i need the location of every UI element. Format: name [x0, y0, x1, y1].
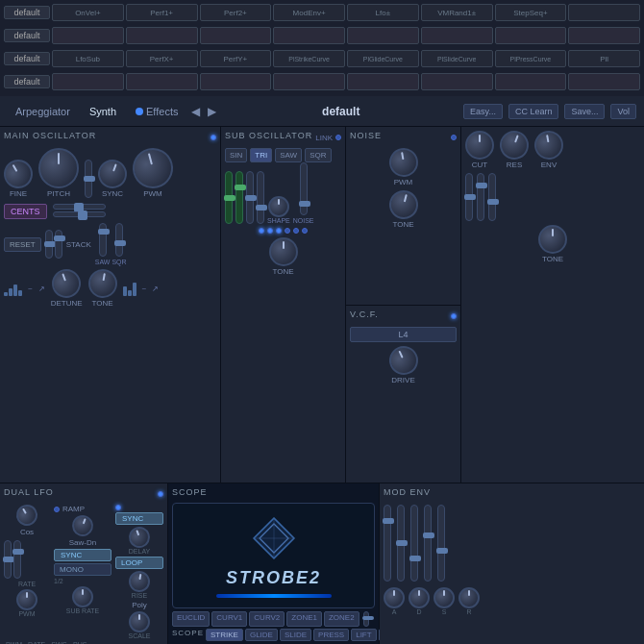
right-knob-2-control[interactable]	[496, 127, 533, 163]
mod-default-3[interactable]: default	[4, 52, 50, 65]
rise-knob[interactable]	[127, 569, 151, 593]
noise-power[interactable]	[451, 135, 457, 140]
tab-arpeggiator[interactable]: Arpeggiator	[8, 102, 78, 121]
mod-cell-r2-6[interactable]	[421, 27, 493, 44]
delay-sync-btn[interactable]: SYNC	[115, 512, 163, 525]
sub-vslider-4[interactable]	[257, 171, 264, 224]
lfo2-mono-btn[interactable]: MONO	[54, 563, 111, 576]
sub-tri-btn[interactable]: TRI	[250, 148, 272, 162]
easy-button[interactable]: Easy...	[463, 104, 503, 119]
scope-tab-curv2[interactable]: CURV2	[249, 611, 285, 627]
saw-fader[interactable]	[99, 223, 107, 257]
mod-cell-perfy[interactable]: PerfY+	[200, 50, 272, 67]
fine-hslider[interactable]	[53, 204, 106, 210]
lfo2-sync-btn[interactable]: SYNC	[54, 549, 111, 561]
mod-cell-r4-7[interactable]	[495, 73, 567, 90]
mod-cell-perf1[interactable]: Perf1+	[126, 4, 198, 21]
env-knob-3-control[interactable]	[433, 587, 455, 608]
mod-cell-stepseq[interactable]: StepSeq+	[495, 4, 567, 21]
cc-learn-button[interactable]: CC Learn	[508, 104, 559, 119]
tone-knob[interactable]	[86, 267, 119, 301]
mod-cell-r4-6[interactable]	[421, 73, 493, 90]
mod-cell-onvel[interactable]: OnVel+	[52, 4, 124, 21]
scope-tab-strike[interactable]: STRIKE	[206, 629, 243, 641]
mod-cell-r4-1[interactable]	[52, 73, 124, 90]
sub-vslider-1[interactable]	[225, 171, 233, 224]
mod-cell-r2-5[interactable]	[347, 27, 419, 44]
scope-scrollbar[interactable]	[363, 611, 369, 627]
mod-default-1[interactable]: default	[4, 6, 50, 19]
mod-cell-extra1[interactable]	[568, 4, 640, 21]
scale-knob[interactable]	[129, 611, 150, 632]
sub-vslider-3[interactable]	[246, 171, 254, 224]
scope-tab-slide[interactable]: SLIDE	[280, 629, 311, 641]
env-fader-4-control[interactable]	[424, 505, 432, 582]
mod-cell-r4-3[interactable]	[200, 73, 272, 90]
sub-sqr-btn[interactable]: SQR	[305, 148, 331, 162]
lfo1-depth-slider[interactable]	[13, 540, 21, 579]
mod-cell-r2-3[interactable]	[200, 27, 272, 44]
mod-cell-plpress[interactable]: PlPressCurve	[495, 50, 567, 67]
mod-cell-r2-1[interactable]	[52, 27, 124, 44]
tab-synth[interactable]: Synth	[82, 102, 124, 121]
mod-cell-r4-2[interactable]	[126, 73, 198, 90]
sub-sin-btn[interactable]: SIN	[225, 148, 247, 162]
env-knob-4-control[interactable]	[458, 587, 480, 608]
mod-cell-vmrand[interactable]: VMRand1±	[421, 4, 493, 21]
nav-next-arrow[interactable]: ▶	[206, 105, 218, 118]
scope-tab-lift[interactable]: LIFT	[351, 629, 376, 641]
mod-cell-plslide[interactable]: PlSlideCurve	[421, 50, 493, 67]
tab-effects[interactable]: Effects	[128, 102, 186, 121]
env-fader-3-control[interactable]	[410, 505, 418, 582]
save-button[interactable]: Save...	[564, 104, 605, 119]
loop-btn[interactable]: LOOP	[115, 557, 163, 569]
sync-knob[interactable]	[94, 156, 131, 192]
main-osc-power[interactable]	[211, 135, 216, 140]
delay-knob[interactable]	[126, 524, 153, 551]
mod-cell-r4-5[interactable]	[347, 73, 419, 90]
sub-vslider-2[interactable]	[235, 171, 243, 224]
env-fader-2-control[interactable]	[397, 505, 405, 582]
stack-slider-1[interactable]	[45, 230, 53, 259]
mod-default-4[interactable]: default	[4, 75, 50, 88]
lfo-power[interactable]	[158, 491, 163, 497]
vcf-power[interactable]	[451, 313, 457, 319]
scope-tab-glide[interactable]: GLIDE	[245, 629, 278, 641]
scope-tab-euclid[interactable]: EUCLID	[172, 611, 210, 627]
reset-button[interactable]: RESET	[4, 237, 41, 252]
noise-tone-knob[interactable]	[385, 187, 421, 223]
right-knob-1-control[interactable]	[465, 131, 494, 160]
detune-knob[interactable]	[48, 265, 85, 302]
mod-cell-r4-8[interactable]	[568, 73, 640, 90]
mod-cell-plstrike[interactable]: PlStrikeCurve	[273, 50, 345, 67]
mod-cell-pll[interactable]: Pll	[568, 50, 640, 67]
mod-cell-modenv[interactable]: ModEnv+	[273, 4, 345, 21]
vcf-mode-btn[interactable]: L4	[350, 327, 457, 342]
shape-knob[interactable]	[268, 196, 289, 217]
mod-cell-r2-4[interactable]	[273, 27, 345, 44]
right-vslider-1[interactable]	[465, 173, 473, 221]
right-knob-4-control[interactable]	[538, 225, 567, 254]
mod-cell-lfosub[interactable]: LfoSub	[52, 50, 124, 67]
scope-tab-press[interactable]: PRESS	[313, 629, 349, 641]
scope-tab-zone2[interactable]: ZONE2	[324, 611, 359, 627]
mod-cell-r2-2[interactable]	[126, 27, 198, 44]
env-knob-1-control[interactable]	[384, 587, 405, 608]
right-knob-3-control[interactable]	[533, 129, 566, 162]
sqr-fader[interactable]	[115, 223, 123, 257]
sub-saw-btn[interactable]: SAW	[275, 148, 302, 162]
env-fader-1-control[interactable]	[384, 505, 391, 582]
mod-default-2[interactable]: default	[4, 29, 50, 42]
mod-cell-r4-4[interactable]	[273, 73, 345, 90]
stack-slider-2[interactable]	[55, 230, 62, 259]
lfo1-shape-knob[interactable]	[12, 501, 41, 530]
nav-prev-arrow[interactable]: ◀	[189, 105, 202, 118]
right-vslider-2[interactable]	[477, 173, 484, 221]
lfo1-pwm-knob[interactable]	[16, 589, 37, 610]
mod-cell-r2-7[interactable]	[495, 27, 567, 44]
lfo2-subrate-knob[interactable]	[72, 586, 93, 607]
pitch-hslider[interactable]	[53, 211, 106, 217]
lfo1-rate-slider[interactable]	[4, 540, 12, 579]
fine-knob[interactable]	[0, 155, 37, 194]
right-vslider-3[interactable]	[488, 173, 496, 221]
